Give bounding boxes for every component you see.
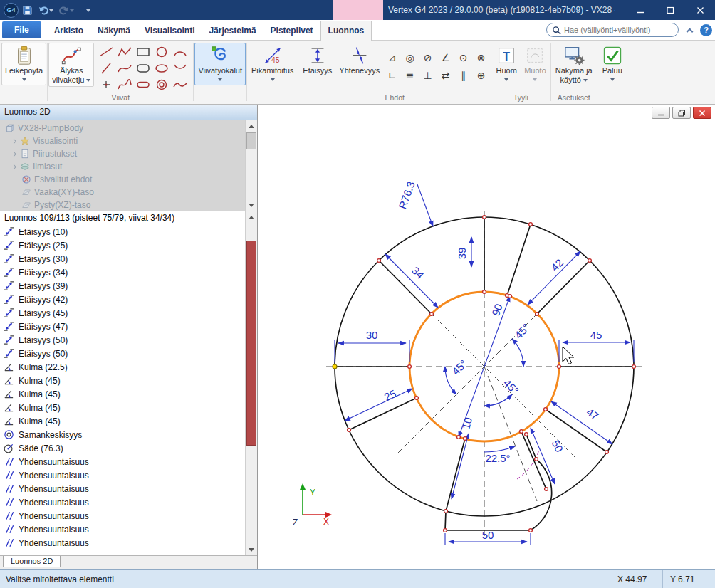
scrollbar-thumb[interactable]	[246, 241, 256, 446]
tab-nakyma[interactable]: Näkymä	[90, 21, 137, 40]
list-item[interactable]: Etäisyys (45)	[0, 306, 257, 320]
list-item[interactable]: Säde (76.3)	[0, 441, 257, 455]
note-button[interactable]: T Huom	[492, 43, 521, 85]
ellipse-icon[interactable]	[154, 62, 169, 75]
tab-luonnos[interactable]: Luonnos	[320, 21, 372, 41]
tree-scrollbar[interactable]	[245, 120, 257, 211]
sketch-drawing[interactable]: 45 30 42 39 34 25 10 50 47 90 45° 45° 45…	[258, 105, 715, 569]
list-scrollbar[interactable]	[245, 211, 257, 555]
freehand-icon[interactable]	[172, 78, 188, 91]
list-item[interactable]: Yhdensuuntaisuus	[0, 495, 257, 509]
tab-jarjestelma[interactable]: Järjestelmä	[202, 21, 263, 40]
spline-icon[interactable]	[117, 78, 132, 91]
drawing-area[interactable]: 45 30 42 39 34 25 10 50 47 90 45° 45° 45…	[258, 105, 715, 569]
arc-down-icon[interactable]	[172, 62, 188, 75]
search-input[interactable]	[564, 26, 673, 34]
scroll-up-button[interactable]	[246, 120, 257, 132]
scroll-down-button[interactable]	[246, 199, 257, 211]
search-box[interactable]	[546, 23, 679, 37]
scrollbar-thumb[interactable]	[246, 132, 256, 149]
help-button[interactable]: ?	[700, 24, 712, 36]
chevron-right-icon[interactable]	[11, 164, 16, 169]
list-item[interactable]: Yhdensuuntaisuus	[0, 455, 257, 468]
parallel-constraint-icon[interactable]: ∥	[461, 70, 466, 80]
ring-icon[interactable]	[154, 78, 169, 91]
slot-icon[interactable]	[135, 78, 151, 91]
minimize-button[interactable]	[625, 0, 655, 20]
save-button[interactable]	[21, 4, 34, 16]
list-item[interactable]: Etäisyys (30)	[0, 252, 257, 266]
concentric-constraint-icon[interactable]: ◎	[406, 53, 414, 63]
list-item[interactable]: Etäisyys (10)	[0, 225, 257, 238]
circle-icon[interactable]	[154, 46, 169, 58]
tree-item-esivalitut-ehdot[interactable]: Esivalitut ehdot	[0, 173, 257, 186]
list-item[interactable]: Yhdensuuntaisuus	[0, 523, 257, 536]
list-item[interactable]: Kulma (45)	[0, 374, 257, 387]
view-usage-button[interactable]: Näkymä ja käyttö	[552, 43, 596, 87]
tab-file[interactable]: File	[2, 21, 41, 38]
swap-constraint-icon[interactable]: ⇄	[442, 70, 450, 80]
tangent-constraint-icon[interactable]: ⊘	[424, 53, 432, 63]
fix-constraint-icon[interactable]: ⊗	[477, 53, 486, 63]
list-item[interactable]: Etäisyys (39)	[0, 279, 257, 293]
distance-button[interactable]: Etäisyys	[299, 43, 335, 78]
clipboard-button[interactable]: Leikepöytä	[1, 43, 46, 85]
child-restore-button[interactable]	[672, 107, 691, 119]
curve-icon[interactable]	[117, 62, 132, 75]
redo-button[interactable]	[57, 4, 75, 16]
list-item[interactable]: Yhdensuuntaisuus	[0, 536, 257, 550]
angle-line-icon[interactable]	[98, 62, 114, 75]
child-close-button[interactable]	[693, 107, 711, 119]
tree-item-ilmiasut[interactable]: Ilmiasut	[0, 160, 257, 173]
child-minimize-button[interactable]	[652, 107, 670, 119]
tree-item-pysty-taso[interactable]: Pysty(XZ)-taso	[0, 199, 257, 211]
chevron-right-icon[interactable]	[11, 151, 16, 156]
arc-icon[interactable]	[172, 46, 188, 58]
scroll-down-button[interactable]	[246, 544, 257, 555]
shape-button[interactable]: Muoto	[521, 43, 550, 85]
list-item[interactable]: Etäisyys (34)	[0, 266, 257, 279]
tab-arkisto[interactable]: Arkisto	[47, 21, 90, 40]
point-icon[interactable]	[98, 78, 114, 91]
rectangle-icon[interactable]	[135, 46, 151, 58]
list-item[interactable]: Kulma (45)	[0, 387, 257, 401]
right-angle-constraint-icon[interactable]: ∟	[388, 70, 397, 80]
construction-arc[interactable]	[517, 448, 540, 479]
list-item[interactable]: Etäisyys (47)	[0, 320, 257, 333]
list-item[interactable]: Kulma (22.5)	[0, 360, 257, 374]
selected-point[interactable]	[333, 364, 337, 369]
line-tools-button[interactable]: Viivatyökalut	[194, 43, 246, 85]
tab-pistepilvet[interactable]: Pistepilvet	[263, 21, 320, 40]
equal-constraint-icon[interactable]: ≡	[406, 70, 414, 80]
list-item[interactable]: Samankeskisyys	[0, 428, 257, 441]
undo-button[interactable]	[36, 4, 55, 16]
list-item[interactable]: Etäisyys (50)	[0, 333, 257, 347]
list-item[interactable]: Etäisyys (42)	[0, 293, 257, 306]
list-item[interactable]: Kulma (45)	[0, 414, 257, 428]
line-icon[interactable]	[98, 46, 114, 58]
tree-item-pumpbody[interactable]: VX28-PumpBody	[0, 122, 257, 135]
rounded-rect-icon[interactable]	[135, 62, 151, 75]
list-item[interactable]: Etäisyys (25)	[0, 238, 257, 252]
list-item[interactable]: Etäisyys (50)	[0, 347, 257, 360]
maximize-button[interactable]	[655, 0, 685, 20]
undo-caret-icon[interactable]	[49, 9, 53, 14]
quick-dimension-button[interactable]: 45 Pikamitoitus	[248, 43, 297, 85]
tree-item-vaaka-taso[interactable]: Vaaka(XY)-taso	[0, 186, 257, 199]
list-item[interactable]: Kulma (45)	[0, 401, 257, 414]
polyline-icon[interactable]	[117, 46, 132, 58]
right-triangle-constraint-icon[interactable]: ⊿	[388, 53, 397, 63]
list-item[interactable]: Yhdensuuntaisuus	[0, 482, 257, 495]
coincidence-button[interactable]: Yhtenevyys	[335, 43, 383, 78]
list-item[interactable]: Yhdensuuntaisuus	[0, 509, 257, 523]
smart-chain-button[interactable]: Älykäs viivaketju	[48, 43, 94, 87]
close-button[interactable]	[685, 0, 715, 20]
list-item[interactable]: Yhdensuuntaisuus	[0, 468, 257, 482]
point-on-circle-constraint-icon[interactable]: ⊙	[459, 53, 468, 63]
perpendicular-constraint-icon[interactable]: ⊥	[424, 70, 432, 80]
return-button[interactable]: Paluu	[598, 43, 627, 85]
tree-item-piirustukset[interactable]: Piirustukset	[0, 147, 257, 160]
collapse-ribbon-button[interactable]	[683, 24, 696, 36]
chevron-right-icon[interactable]	[11, 138, 16, 143]
scroll-up-button[interactable]	[246, 211, 257, 223]
